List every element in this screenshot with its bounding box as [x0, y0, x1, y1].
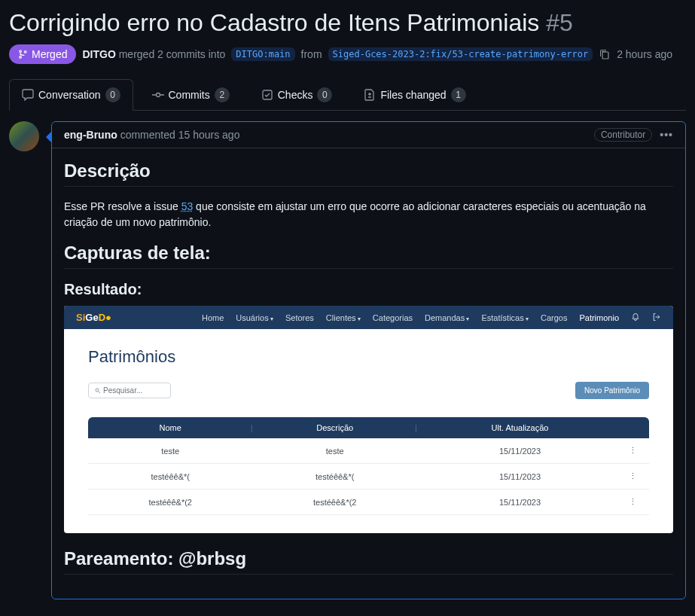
cell-date: 15/11/2023 [417, 438, 623, 464]
from-word: from [301, 48, 322, 60]
cell-nome: testéêê&*(2 [88, 489, 252, 515]
th-descricao: Descrição [252, 417, 416, 438]
exit-icon [652, 313, 661, 323]
avatar[interactable] [9, 121, 39, 151]
heading-captures: Capturas de tela: [64, 242, 673, 269]
tab-counter: 2 [215, 87, 230, 102]
table-row: testéêê&*(2 testéêê&*(2 15/11/2023 ⋮ [88, 489, 649, 515]
nav-home: Home [202, 313, 224, 322]
tab-label: Commits [169, 89, 210, 101]
nav-categorias: Categorias [373, 313, 413, 322]
comment-verb: commented [120, 129, 175, 141]
nav-estatisticas: Estatísticas [481, 313, 528, 322]
comment-time[interactable]: 15 hours ago [178, 129, 240, 141]
nav-setores: Setores [285, 313, 314, 322]
cell-desc: teste [252, 438, 416, 464]
bell-icon [631, 313, 640, 323]
nav-clientes: Clientes [326, 313, 361, 322]
head-branch-pill[interactable]: Siged-Gces-2023-2:fix/53-create-patrimon… [328, 47, 593, 61]
comment-meta: eng-Bruno commented 15 hours ago [64, 129, 239, 141]
merged-badge: Merged [9, 44, 76, 64]
pr-meta-row: Merged DITGO merged 2 commits into DITGO… [9, 44, 686, 64]
tab-label: Files changed [380, 89, 446, 101]
comment-header: eng-Bruno commented 15 hours ago Contrib… [52, 122, 685, 148]
tab-checks[interactable]: Checks 0 [248, 79, 346, 111]
merge-time: 2 hours ago [617, 48, 672, 60]
table-row: teste teste 15/11/2023 ⋮ [88, 438, 649, 464]
cell-date: 15/11/2023 [417, 489, 623, 515]
tab-counter: 0 [105, 87, 120, 102]
tab-commits[interactable]: Commits 2 [139, 79, 242, 111]
th-nome: Nome [88, 417, 252, 438]
embedded-navbar: SiGeD● Home Usuários Setores Clientes Ca… [64, 306, 673, 329]
row-menu-icon: ⋮ [623, 438, 649, 464]
heading-pairing: Pareamento: @brbsg [64, 548, 673, 575]
patrimonio-table: Nome Descrição Ult. Atualização teste te… [88, 417, 649, 515]
base-branch-pill[interactable]: DITGO:main [231, 47, 294, 61]
merged-badge-label: Merged [32, 48, 67, 60]
pr-number: #5 [546, 9, 573, 36]
search-input: Pesquisar... [88, 383, 171, 398]
comment-actions: Contributor ••• [594, 128, 673, 142]
desc-pre: Esse PR resolve a issue [64, 200, 181, 212]
embedded-toolbar: Pesquisar... Novo Patrimônio [88, 382, 649, 399]
tab-label: Conversation [38, 89, 101, 101]
cell-date: 15/11/2023 [417, 464, 623, 489]
heading-description: Descrição [64, 160, 673, 187]
table-row: testéêê&*( testéêê&*( 15/11/2023 ⋮ [88, 464, 649, 489]
nav-cargos: Cargos [541, 313, 567, 322]
embedded-logo: SiGeD● [76, 312, 111, 323]
comment-box: eng-Bruno commented 15 hours ago Contrib… [51, 121, 686, 599]
tab-label: Checks [278, 89, 313, 101]
row-menu-icon: ⋮ [623, 464, 649, 489]
nav-patrimonio: Patrimonio [579, 313, 619, 322]
tab-nav: Conversation 0 Commits 2 Checks 0 Files … [9, 79, 686, 111]
contributor-badge: Contributor [594, 128, 652, 142]
git-merge-icon [18, 49, 29, 59]
embedded-screenshot[interactable]: SiGeD● Home Usuários Setores Clientes Ca… [64, 306, 673, 533]
pr-title-text: Corrigindo erro no Cadastro de Itens Pat… [9, 9, 539, 36]
th-atualizacao: Ult. Atualização [417, 417, 623, 438]
embedded-content: Patrimônios Pesquisar... Novo Patrimônio… [64, 329, 673, 533]
comment-icon [22, 89, 34, 101]
nav-usuarios: Usuários [236, 313, 273, 322]
merge-description: DITGO merged 2 commits into [82, 48, 225, 60]
tab-files[interactable]: Files changed 1 [351, 79, 478, 111]
svg-rect-0 [602, 52, 608, 59]
search-placeholder: Pesquisar... [103, 386, 142, 395]
cell-nome: teste [88, 438, 252, 464]
nav-demandas: Demandas [425, 313, 469, 322]
merge-actor[interactable]: DITGO [82, 48, 115, 60]
kebab-menu-icon[interactable]: ••• [660, 129, 673, 141]
search-icon [95, 388, 101, 394]
svg-point-3 [96, 389, 99, 392]
checklist-icon [261, 89, 273, 101]
heading-result: Resultado: [64, 281, 673, 298]
pr-title: Corrigindo erro no Cadastro de Itens Pat… [9, 9, 686, 37]
tab-counter: 0 [317, 87, 332, 102]
description-paragraph: Esse PR resolve a issue 53 que consiste … [64, 199, 673, 230]
comment-body: Descrição Esse PR resolve a issue 53 que… [52, 148, 685, 599]
svg-point-1 [156, 93, 160, 97]
tab-counter: 1 [451, 87, 466, 102]
tab-conversation[interactable]: Conversation 0 [9, 79, 133, 111]
comment-thread: eng-Bruno commented 15 hours ago Contrib… [9, 121, 686, 599]
comment-author[interactable]: eng-Bruno [64, 129, 117, 141]
svg-rect-2 [263, 90, 272, 99]
cell-desc: testéêê&*( [252, 464, 416, 489]
merge-action: merged 2 commits into [119, 48, 226, 60]
row-menu-icon: ⋮ [623, 489, 649, 515]
new-patrimonio-button: Novo Patrimônio [575, 382, 649, 399]
embedded-page-title: Patrimônios [88, 347, 649, 367]
copy-icon[interactable] [599, 48, 611, 60]
commit-icon [152, 89, 164, 101]
cell-nome: testéêê&*( [88, 464, 252, 489]
issue-link[interactable]: 53 [181, 200, 194, 212]
file-diff-icon [364, 89, 376, 101]
cell-desc: testéêê&*(2 [252, 489, 416, 515]
